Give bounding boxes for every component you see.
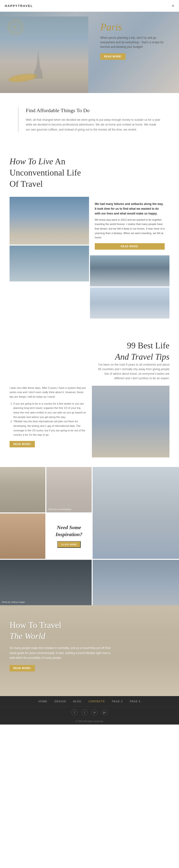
tunnel-caption: Photo by Joshua Cogan [2,601,25,603]
arch-image [93,560,179,605]
footer-nav-item-design[interactable]: DESIGN [55,700,66,703]
unconventional-heading-italic: How To Live [9,157,53,166]
hero-spiral [7,19,24,36]
how-travel-section: How To Travel The World So many people m… [0,605,179,696]
inspiration-heading: Need Some Inspiration? [51,524,87,538]
how-travel-read-more-button[interactable]: READ MORE! [9,665,35,672]
hero-read-more-button[interactable]: READ MORE! [100,53,126,60]
site-logo: HAPPYTRAVEL [5,4,33,8]
hero-city: Paris [100,21,172,33]
unconv-text: We had many failures and setbacks along … [90,197,170,255]
ring-caption: Photo by ourmoodydays [48,508,71,510]
how-travel-body: So many people make this mistake in ment… [9,646,114,660]
road-image [0,467,45,513]
footer-nav-item-page-4[interactable]: PAGE 4 [130,700,141,703]
unconv-quote-strong: We had many failures and setbacks along … [95,202,165,216]
desert-image [0,514,45,559]
footer-nav-item-home[interactable]: HOME [38,700,47,703]
inspiration-box: Need Some Inspiration? CLICK HERE [46,514,92,559]
tunnel-image: Photo by Joshua Cogan [0,560,92,605]
affordable-text: Well, all that changed when we decided w… [26,117,161,132]
hero-text-block: Paris When you're planning a trip, don't… [100,21,172,60]
header: HAPPYTRAVEL ≡ [0,0,179,12]
hero-description: When you're planning a trip, don't try a… [100,36,172,50]
unconventional-section: How To Live An Unconventional Life Of Tr… [0,144,179,326]
how-travel-heading-2: The World [9,631,45,641]
best-life-grid: I plan very little these days. After 9 y… [9,386,170,458]
menu-icon[interactable]: ≡ [172,3,174,8]
unconventional-grid: We had many failures and setbacks along … [9,197,170,319]
footer-nav: HOMEDESIGNBLOGCONTACTSPAGE 3PAGE 4 [0,696,179,707]
social-icon-f[interactable]: f [71,709,78,715]
building-image [93,467,179,559]
social-icon-in[interactable]: in [92,709,98,715]
best-life-subtitle: I've been on the road 9 years to all con… [98,363,170,381]
unconventional-heading-travel: Of Travel [9,179,43,189]
svg-rect-2 [34,70,42,71]
footer-nav-item-page-3[interactable]: PAGE 3 [112,700,123,703]
mountains-image-1 [9,197,89,245]
social-icon-t[interactable]: t [81,709,87,715]
best-life-section: 99 Best Life And Travel Tips I've been o… [0,326,179,467]
social-icon-gplus[interactable]: g+ [101,709,108,715]
best-life-body1: I plan very little these days. After 9 y… [9,386,87,399]
best-life-heading-1: 99 Best Life [127,341,170,350]
hero-section: Paris When you're planning a trip, don't… [0,12,179,93]
best-life-tip-1: If you are going to be in a country for … [13,401,87,420]
sky-image [90,287,170,318]
unconv-quote-body: We knew way back in 2013 and we wanted t… [95,218,165,239]
best-life-read-more-button[interactable]: READ MORE! [9,441,35,447]
how-travel-heading-1: How To Travel [9,620,61,630]
best-life-heading: 99 Best Life And Travel Tips [9,340,170,363]
hiker-image [9,246,89,281]
best-life-tips: If you are going to be in a country for … [9,401,87,437]
unconv-quote: We had many failures and setbacks along … [95,202,165,240]
footer-social: fting+ [0,707,179,718]
unconv-right-col: We had many failures and setbacks along … [90,197,170,319]
how-travel-heading: How To Travel The World [9,620,170,642]
unconv-left-col [9,197,89,319]
unconventional-heading-an: An [55,157,65,166]
inspiration-click-button[interactable]: CLICK HERE [57,541,80,548]
svg-rect-1 [35,69,41,70]
best-life-tip-2: TMobile has the best international cell … [13,419,87,437]
affordable-section: Find Affordable Things To Do Well, all t… [0,93,179,144]
affordable-content: Find Affordable Things To Do Well, all t… [18,107,161,132]
ring-image: Photo by ourmoodydays [46,467,92,513]
svg-marker-0 [36,50,41,69]
how-travel-content: How To Travel The World So many people m… [9,620,170,672]
best-life-heading-2: And Travel Tips [115,352,170,362]
best-life-left: I plan very little these days. After 9 y… [9,386,87,458]
best-life-photo [92,386,170,458]
svg-point-9 [15,27,16,28]
footer-nav-item-blog[interactable]: BLOG [73,700,82,703]
mountains-image-2 [90,255,170,286]
footer-nav-item-contacts[interactable]: CONTACTS [88,700,105,703]
unconventional-heading-life: Unconventional Life [9,168,81,178]
unconventional-heading: How To Live An Unconventional Life Of Tr… [9,156,86,189]
photo-grid: Photo by ourmoodydays Need Some Inspirat… [0,467,179,605]
unconv-read-more-button[interactable]: READ MORE! [95,243,165,250]
footer-copyright: © 2022 All rights reserved. [0,718,179,724]
best-life-header: 99 Best Life And Travel Tips I've been o… [9,340,170,381]
affordable-heading: Find Affordable Things To Do [26,107,161,114]
